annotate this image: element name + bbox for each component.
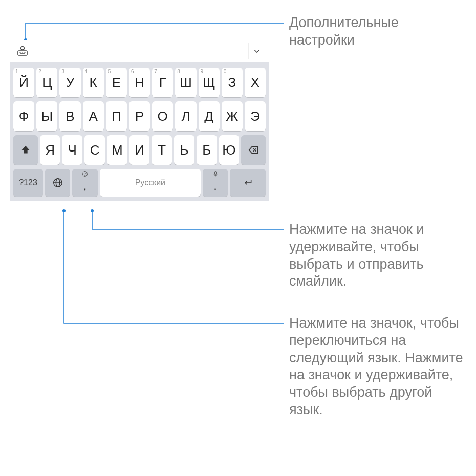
key-label: А: [89, 109, 97, 124]
key-А[interactable]: А: [83, 101, 104, 131]
svg-point-1: [91, 209, 94, 212]
key-label: Р: [135, 109, 144, 124]
key-label: К: [90, 75, 97, 91]
key-label: Ч: [68, 142, 77, 158]
key-hint: 9: [201, 69, 204, 74]
backspace-icon: [247, 144, 260, 156]
key-label: Ю: [222, 142, 235, 158]
key-label: О: [158, 109, 168, 124]
key-label: Х: [251, 75, 259, 91]
key-Ж[interactable]: Ж: [222, 101, 243, 131]
enter-key[interactable]: [230, 169, 266, 197]
key-label: П: [112, 109, 121, 124]
key-В[interactable]: В: [59, 101, 80, 131]
key-label: Д: [204, 109, 213, 124]
settings-button[interactable]: [14, 43, 31, 59]
key-hint: 4: [85, 69, 88, 74]
enter-icon: [242, 178, 254, 188]
key-П[interactable]: П: [106, 101, 127, 131]
language-key[interactable]: [45, 169, 70, 197]
settings-keyboard-icon: [16, 45, 29, 57]
key-Я[interactable]: Я: [40, 135, 60, 165]
svg-point-17: [84, 174, 84, 174]
key-label: Ж: [226, 109, 238, 124]
key-Ц[interactable]: 2Ц: [36, 68, 57, 97]
annotation-emoji: Нажмите на значок и удерживайте, чтобы в…: [289, 221, 468, 290]
key-label: С: [90, 142, 100, 158]
annotation-language: Нажмите на значок, чтобы переключиться н…: [289, 315, 468, 419]
chevron-down-icon: [252, 47, 262, 56]
key-Т[interactable]: Т: [152, 135, 172, 165]
key-Э[interactable]: Э: [245, 101, 266, 131]
key-З[interactable]: 0З: [222, 68, 243, 97]
key-Е[interactable]: 5Е: [106, 68, 127, 97]
key-С[interactable]: С: [84, 135, 105, 165]
key-Й[interactable]: 1Й: [13, 68, 34, 97]
globe-icon: [52, 177, 63, 188]
shift-key[interactable]: [13, 135, 38, 165]
key-Ф[interactable]: Ф: [13, 101, 34, 131]
comma-label: ,: [83, 180, 86, 193]
key-hint: 0: [224, 69, 227, 74]
key-label: В: [66, 109, 74, 124]
key-label: У: [66, 75, 75, 91]
svg-point-2: [62, 209, 66, 212]
key-label: Щ: [203, 75, 215, 91]
key-Ч[interactable]: Ч: [62, 135, 82, 165]
key-Л[interactable]: Л: [175, 101, 196, 131]
keyboard-topbar: [10, 40, 269, 62]
key-label: Й: [19, 75, 29, 91]
key-Р[interactable]: Р: [129, 101, 150, 131]
key-Г[interactable]: 7Г: [152, 68, 173, 97]
key-О[interactable]: О: [152, 101, 173, 131]
mic-icon: [212, 171, 219, 179]
keyboard-row-2: ФЫВАПРОЛДЖЭ: [13, 101, 266, 131]
key-label: Л: [181, 109, 190, 124]
key-label: Я: [45, 142, 55, 158]
key-label: Э: [250, 109, 260, 124]
key-label: Ц: [42, 75, 52, 91]
backspace-key[interactable]: [241, 135, 266, 165]
key-Ю[interactable]: Ю: [219, 135, 240, 165]
svg-point-16: [83, 172, 88, 177]
spacebar-key[interactable]: Русский: [100, 169, 201, 197]
key-hint: 8: [177, 69, 180, 74]
key-hint: 1: [15, 69, 18, 74]
key-Щ[interactable]: 9Щ: [199, 68, 220, 97]
key-Ы[interactable]: Ы: [36, 101, 57, 131]
keyboard-panel: 1Й2Ц3У4К5Е6Н7Г8Ш9Щ0ЗХ ФЫВАПРОЛДЖЭ ЯЧСМИТ…: [10, 40, 269, 201]
key-label: М: [112, 142, 123, 158]
key-Н[interactable]: 6Н: [129, 68, 150, 97]
key-У[interactable]: 3У: [59, 68, 80, 97]
key-label: Б: [202, 142, 211, 158]
key-hint: 2: [38, 69, 41, 74]
comma-emoji-key[interactable]: ,: [72, 169, 97, 197]
key-Б[interactable]: Б: [197, 135, 217, 165]
annotation-settings: Дополнительные настройки: [289, 14, 468, 49]
key-Ь[interactable]: Ь: [174, 135, 194, 165]
key-И[interactable]: И: [129, 135, 150, 165]
key-hint: 3: [61, 69, 64, 74]
key-К[interactable]: 4К: [83, 68, 104, 97]
key-Д[interactable]: Д: [199, 101, 220, 131]
svg-rect-19: [214, 172, 216, 175]
period-label: .: [214, 180, 217, 193]
key-label: Е: [112, 75, 121, 91]
key-label: Г: [159, 75, 166, 91]
key-label: Н: [135, 75, 144, 91]
key-label: З: [228, 75, 236, 91]
symbols-key[interactable]: ?123: [13, 169, 43, 197]
key-hint: 7: [154, 69, 157, 74]
key-label: Ь: [180, 142, 188, 158]
smile-icon: [82, 171, 88, 179]
key-label: Ы: [41, 109, 53, 124]
key-label: И: [135, 142, 144, 158]
key-Ш[interactable]: 8Ш: [175, 68, 196, 97]
period-mic-key[interactable]: .: [203, 169, 228, 197]
svg-rect-3: [18, 51, 27, 55]
collapse-button[interactable]: [248, 43, 265, 59]
key-М[interactable]: М: [107, 135, 127, 165]
key-Х[interactable]: Х: [245, 68, 266, 97]
keyboard-row-1: 1Й2Ц3У4К5Е6Н7Г8Ш9Щ0ЗХ: [13, 68, 266, 97]
shift-icon: [20, 144, 31, 156]
